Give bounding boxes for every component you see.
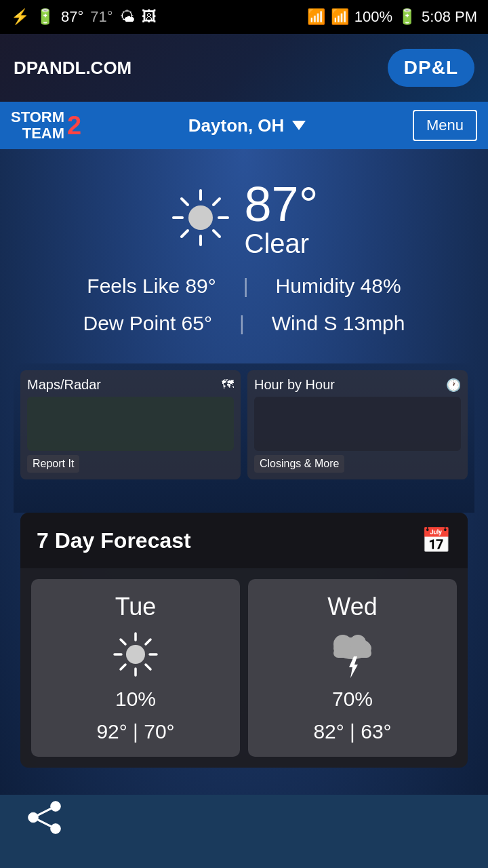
- day-name-tue: Tue: [115, 593, 157, 621]
- day-name-wed: Wed: [327, 593, 377, 621]
- forecast-card: 7 Day Forecast 📅 Tue 10%: [20, 513, 468, 768]
- forecast-title: 7 Day Forecast: [37, 528, 191, 553]
- svg-line-17: [121, 665, 125, 669]
- location-display[interactable]: Dayton, OH: [188, 115, 306, 136]
- status-temp-low: 71°: [90, 8, 113, 26]
- time-display: 5:08 PM: [422, 8, 477, 26]
- sun-icon-tue: [112, 631, 159, 678]
- status-bar: ⚡ 🔋 87° 71° 🌤 🖼 📶 📶 100% 🔋 5:08 PM: [0, 0, 488, 34]
- svg-point-0: [188, 205, 213, 230]
- svg-line-26: [38, 808, 50, 814]
- ad-banner-text: DPANDL.COM: [14, 58, 131, 79]
- status-right: 📶 📶 100% 🔋 5:08 PM: [307, 8, 477, 26]
- storm-logo-num: 2: [67, 111, 81, 140]
- forecast-day-wed[interactable]: Wed 70% 82° | 63°: [248, 579, 457, 757]
- wifi-icon: 📶: [307, 8, 325, 26]
- humidity: Humidity 48%: [276, 269, 401, 303]
- maps-icon: 🗺: [222, 378, 234, 392]
- current-weather: 87° Clear Feels Like 89° | Humidity 48% …: [14, 176, 474, 343]
- maps-radar-card[interactable]: Maps/Radar 🗺 Report It: [20, 370, 241, 479]
- clock-icon: 🕐: [446, 378, 461, 393]
- svg-line-14: [121, 639, 125, 644]
- signal-icon: 📶: [331, 8, 349, 26]
- hour-by-hour-title: Hour by Hour 🕐: [254, 377, 461, 393]
- closings-tab[interactable]: Closings & More: [254, 455, 344, 473]
- photo-icon: 🖼: [142, 8, 157, 26]
- weather-row-2: Dew Point 65° | Wind S 13mph: [83, 306, 405, 340]
- sun-icon: [170, 187, 231, 248]
- separator-2: |: [239, 306, 245, 340]
- storm-logo-line1: STORM: [11, 109, 64, 125]
- calendar-icon: 📅: [421, 526, 451, 555]
- location-text: Dayton, OH: [188, 115, 285, 136]
- battery-full-icon: 🔋: [398, 8, 416, 26]
- app-header: STORM TEAM 2 Dayton, OH Menu: [0, 102, 488, 149]
- share-icon: [26, 799, 63, 836]
- svg-point-25: [50, 823, 60, 833]
- precip-tue: 10%: [115, 688, 156, 711]
- feels-like: Feels Like 89°: [87, 269, 216, 303]
- weather-row-1: Feels Like 89° | Humidity 48%: [83, 269, 405, 303]
- weather-main: 87° Clear Feels Like 89° | Humidity 48% …: [0, 149, 488, 795]
- usb-icon: ⚡: [11, 8, 29, 26]
- svg-line-5: [182, 199, 188, 205]
- svg-line-7: [214, 199, 220, 205]
- weather-status-icon: 🌤: [120, 8, 135, 26]
- hour-by-hour-content: [254, 397, 461, 451]
- svg-line-27: [38, 820, 50, 826]
- hour-by-hour-label: Hour by Hour: [254, 377, 335, 393]
- maps-radar-title: Maps/Radar 🗺: [27, 377, 234, 393]
- separator-1: |: [243, 269, 249, 303]
- temp-condition: 87° Clear: [245, 176, 319, 259]
- svg-marker-22: [349, 656, 358, 678]
- svg-line-16: [146, 639, 150, 644]
- storm-icon-wed: [325, 631, 380, 678]
- switcher-cards: Maps/Radar 🗺 Report It Hour by Hour 🕐 Cl…: [20, 370, 468, 479]
- svg-point-24: [28, 812, 38, 823]
- switcher-mini-tabs-left: Report It: [27, 455, 234, 473]
- report-it-tab[interactable]: Report It: [27, 455, 79, 473]
- ad-banner[interactable]: DPANDL.COM DP&L: [0, 34, 488, 102]
- svg-point-9: [126, 645, 145, 664]
- dpl-badge: DP&L: [388, 49, 474, 87]
- app-switcher: Maps/Radar 🗺 Report It Hour by Hour 🕐 Cl…: [14, 363, 474, 513]
- battery-percent: 100%: [354, 8, 392, 26]
- status-left: ⚡ 🔋 87° 71° 🌤 🖼: [11, 8, 157, 26]
- maps-radar-label: Maps/Radar: [27, 377, 101, 393]
- dew-point: Dew Point 65°: [83, 306, 212, 340]
- forecast-days: Tue 10% 92° | 70° Wed: [20, 568, 468, 768]
- share-button[interactable]: [20, 793, 68, 841]
- weather-details: Feels Like 89° | Humidity 48% Dew Point …: [83, 266, 405, 343]
- storm-team-logo: STORM TEAM 2: [11, 109, 81, 142]
- forecast-header: 7 Day Forecast 📅: [20, 513, 468, 568]
- storm-logo-line2: TEAM: [22, 125, 64, 142]
- temps-tue: 92° | 70°: [96, 720, 174, 743]
- condition: Clear: [245, 229, 319, 259]
- menu-button[interactable]: Menu: [413, 110, 477, 141]
- svg-line-8: [182, 231, 188, 237]
- wind: Wind S 13mph: [272, 306, 405, 340]
- battery-icon-small: 🔋: [36, 8, 54, 26]
- forecast-day-tue[interactable]: Tue 10% 92° | 70°: [31, 579, 240, 757]
- temps-wed: 82° | 63°: [313, 720, 391, 743]
- svg-rect-21: [333, 648, 371, 658]
- switcher-mini-tabs-right: Closings & More: [254, 455, 461, 473]
- status-temp: 87°: [61, 8, 83, 26]
- temperature: 87°: [245, 176, 319, 232]
- svg-line-6: [214, 231, 220, 237]
- location-dropdown-arrow: [292, 121, 306, 130]
- weather-icon-row: 87° Clear: [170, 176, 319, 259]
- svg-line-15: [146, 665, 150, 669]
- svg-point-23: [50, 801, 60, 811]
- hour-by-hour-card[interactable]: Hour by Hour 🕐 Closings & More: [247, 370, 468, 479]
- maps-radar-content: [27, 397, 234, 451]
- precip-wed: 70%: [332, 688, 373, 711]
